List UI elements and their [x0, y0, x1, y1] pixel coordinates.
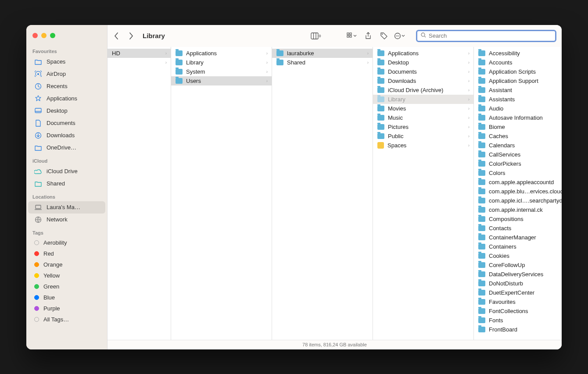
search-input[interactable]	[429, 32, 552, 39]
list-item[interactable]: FrontBoard›	[474, 325, 562, 334]
folder-icon	[478, 60, 485, 65]
search-field[interactable]	[416, 30, 556, 42]
list-item[interactable]: Public›	[373, 132, 473, 141]
list-item[interactable]: DuetExpertCenter›	[474, 288, 562, 297]
list-item[interactable]: Shared›	[272, 58, 373, 67]
sidebar-item-desktop[interactable]: Desktop	[28, 105, 105, 117]
list-item[interactable]: ColorPickers›	[474, 159, 562, 168]
list-item[interactable]: com.apple.internal.ck›	[474, 205, 562, 214]
list-item[interactable]: iCloud Drive (Archive)›	[373, 85, 473, 95]
sidebar-item-airdrop[interactable]: AirDrop	[28, 68, 105, 80]
maximize-button[interactable]	[50, 33, 55, 38]
chevron-right-icon: ›	[468, 60, 470, 65]
group-by-button[interactable]	[346, 30, 359, 42]
list-item[interactable]: Application Support›	[474, 76, 562, 85]
item-label: Assistants	[489, 96, 562, 103]
list-item[interactable]: Applications›	[373, 49, 473, 58]
list-item[interactable]: Contacts›	[474, 224, 562, 233]
list-item[interactable]: Music›	[373, 113, 473, 122]
list-item[interactable]: Library›	[171, 58, 272, 67]
column-1: HD››	[108, 47, 171, 340]
item-label: Audio	[489, 105, 562, 112]
sidebar-item-downloads[interactable]: Downloads	[28, 129, 105, 142]
list-item[interactable]: Users›	[171, 76, 272, 85]
sidebar-item-icloud-drive[interactable]: iCloud Drive	[28, 165, 105, 178]
chevron-right-icon: ›	[165, 60, 167, 65]
list-item[interactable]: Autosave Information›	[474, 113, 562, 122]
sidebar-item-yellow[interactable]: Yellow	[28, 270, 105, 281]
list-item[interactable]: lauraburke›	[272, 49, 373, 58]
list-item[interactable]: CoreFollowUp›	[474, 260, 562, 270]
sidebar-item-blue[interactable]: Blue	[28, 292, 105, 303]
list-item[interactable]: Compositions›	[474, 214, 562, 224]
desktop-icon	[34, 107, 42, 115]
list-item[interactable]: Colors›	[474, 168, 562, 178]
list-item[interactable]: Biome›	[474, 122, 562, 132]
sidebar-item-laura-s-ma-[interactable]: Laura's Ma…	[28, 201, 105, 214]
list-item[interactable]: Caches›	[474, 132, 562, 141]
view-columns-button[interactable]	[310, 30, 323, 42]
list-item[interactable]: CallServices›	[474, 150, 562, 159]
minimize-button[interactable]	[41, 33, 47, 38]
sidebar-item-aerobility[interactable]: Aerobility	[28, 237, 105, 248]
list-item[interactable]: Application Scripts›	[474, 67, 562, 76]
sidebar-item-applications[interactable]: Applications	[28, 93, 105, 105]
sidebar-item-purple[interactable]: Purple	[28, 303, 105, 314]
close-button[interactable]	[32, 33, 38, 38]
list-item[interactable]: DoNotDisturb›	[474, 279, 562, 288]
tags-button[interactable]	[377, 30, 391, 42]
list-item[interactable]: HD›	[108, 49, 171, 58]
list-item[interactable]: System›	[171, 67, 272, 76]
folder-icon	[478, 161, 485, 167]
sidebar-item-documents[interactable]: Documents	[28, 117, 105, 129]
list-item[interactable]: Containers›	[474, 242, 562, 251]
sidebar-section-tags: Tags	[26, 226, 107, 237]
item-label: Fonts	[489, 317, 562, 324]
sidebar-item-network[interactable]: Network	[28, 214, 105, 226]
list-item[interactable]: com.apple.appleaccountd›	[474, 178, 562, 187]
list-item[interactable]: Applications›	[171, 49, 272, 58]
sidebar-item-label: OneDrive…	[47, 144, 76, 151]
list-item[interactable]: Pictures›	[373, 122, 473, 132]
back-button[interactable]	[110, 30, 122, 42]
list-item[interactable]: Audio›	[474, 104, 562, 113]
list-item[interactable]: Favourites›	[474, 297, 562, 306]
list-item[interactable]: Assistants›	[474, 95, 562, 104]
chevron-right-icon: ›	[468, 125, 470, 129]
list-item[interactable]: Library›	[373, 95, 473, 104]
item-label: Assistant	[489, 87, 562, 93]
sidebar-item-green[interactable]: Green	[28, 281, 105, 292]
list-item[interactable]: Downloads›	[373, 76, 473, 85]
share-button[interactable]	[362, 30, 375, 42]
chevron-right-icon: ›	[367, 60, 369, 65]
list-item[interactable]: Accounts›	[474, 58, 562, 67]
item-label: CallServices	[489, 151, 562, 158]
list-item[interactable]: DataDeliveryServices›	[474, 270, 562, 279]
sidebar-item-recents[interactable]: Recents	[28, 80, 105, 93]
actions-button[interactable]	[393, 30, 406, 42]
sidebar-item-onedrive-[interactable]: OneDrive…	[28, 142, 105, 154]
list-item[interactable]: com.apple.blu…ervices.cloud›	[474, 187, 562, 196]
airdrop-icon	[34, 70, 42, 78]
item-label: Users	[186, 78, 263, 84]
sidebar-item-label: All Tags…	[43, 316, 69, 323]
list-item[interactable]: Calendars›	[474, 141, 562, 150]
sidebar-item-red[interactable]: Red	[28, 248, 105, 259]
list-item[interactable]: Desktop›	[373, 58, 473, 67]
list-item[interactable]: com.apple.icl….searchpartyd›	[474, 196, 562, 205]
list-item[interactable]: ContainerManager›	[474, 233, 562, 242]
list-item[interactable]: FontCollections›	[474, 306, 562, 316]
forward-button[interactable]	[125, 30, 137, 42]
list-item[interactable]: Documents›	[373, 67, 473, 76]
sidebar-item-shared[interactable]: Shared	[28, 178, 105, 190]
sidebar-item-all-tags-[interactable]: All Tags…	[28, 314, 105, 325]
list-item[interactable]: ›	[108, 58, 171, 67]
list-item[interactable]: Accessibility›	[474, 49, 562, 58]
list-item[interactable]: Spaces›	[373, 141, 473, 150]
list-item[interactable]: Movies›	[373, 104, 473, 113]
list-item[interactable]: Cookies›	[474, 251, 562, 260]
list-item[interactable]: Assistant›	[474, 85, 562, 95]
sidebar-item-spaces[interactable]: Spaces	[28, 56, 105, 68]
sidebar-item-orange[interactable]: Orange	[28, 259, 105, 270]
list-item[interactable]: Fonts›	[474, 316, 562, 325]
